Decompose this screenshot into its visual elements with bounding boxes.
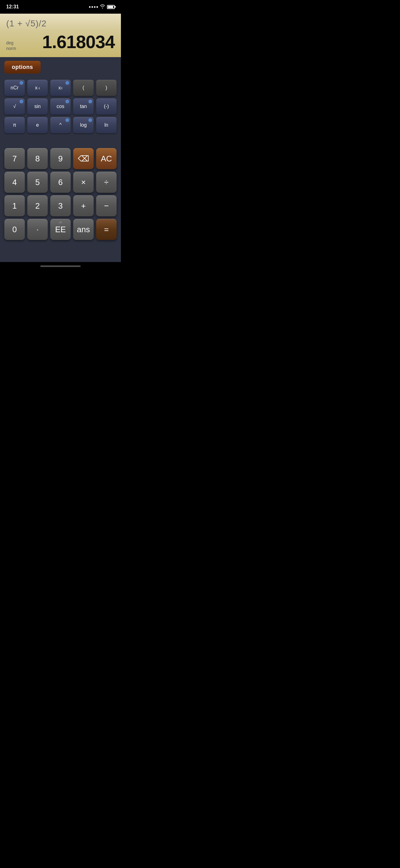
scientific-grid: nCr x-1 x2 ( ) √ sin cos tan: [4, 80, 116, 133]
result-display: 1.618034: [42, 33, 115, 51]
seven-button[interactable]: 7: [4, 148, 25, 169]
sqrt-button[interactable]: √: [4, 98, 25, 115]
xsq-button[interactable]: x2: [50, 80, 71, 96]
options-row: options: [4, 61, 116, 73]
delete-button[interactable]: ⌫: [73, 148, 94, 169]
multiply-button[interactable]: ×: [73, 172, 94, 193]
signal-icon: [89, 6, 98, 8]
lparen-button[interactable]: (: [73, 80, 94, 96]
six-button[interactable]: 6: [50, 172, 71, 193]
angle-mode: deg: [6, 40, 16, 45]
options-button[interactable]: options: [4, 61, 41, 73]
calculator-body: options nCr x-1 x2 ( ) √ sin cos: [0, 57, 121, 262]
display-area: (1 + √5)/2 deg norm 1.618034: [0, 14, 121, 57]
rparen-button[interactable]: ): [96, 80, 116, 96]
home-indicator: [0, 262, 121, 273]
status-time: 12:31: [6, 4, 19, 10]
add-button[interactable]: +: [73, 195, 94, 216]
display-modes: deg norm: [6, 40, 16, 51]
five-button[interactable]: 5: [27, 172, 48, 193]
ans-button[interactable]: ans: [73, 219, 94, 240]
ncr-button[interactable]: nCr: [4, 80, 25, 96]
tan-button[interactable]: tan: [73, 98, 94, 115]
status-icons: [89, 4, 115, 9]
three-button[interactable]: 3: [50, 195, 71, 216]
equals-button[interactable]: =: [96, 219, 116, 240]
status-bar: 12:31: [0, 0, 121, 14]
expression-display: (1 + √5)/2: [6, 19, 115, 29]
ac-button[interactable]: AC: [96, 148, 116, 169]
display-mode: norm: [6, 46, 16, 51]
battery-icon: [107, 5, 115, 9]
neg-button[interactable]: (-): [96, 98, 116, 115]
home-bar: [40, 266, 80, 267]
e-button[interactable]: e: [27, 117, 48, 133]
numeric-grid: 7 8 9 ⌫ AC 4 5 6 × ÷ 1 2 3 + − 0 · EE an…: [4, 148, 116, 240]
ee-button[interactable]: EE: [50, 219, 71, 240]
sin-button[interactable]: sin: [27, 98, 48, 115]
log-button[interactable]: log: [73, 117, 94, 133]
spacer: [4, 136, 116, 148]
cos-button[interactable]: cos: [50, 98, 71, 115]
two-button[interactable]: 2: [27, 195, 48, 216]
pi-button[interactable]: π: [4, 117, 25, 133]
nine-button[interactable]: 9: [50, 148, 71, 169]
four-button[interactable]: 4: [4, 172, 25, 193]
dot-button[interactable]: ·: [27, 219, 48, 240]
ln-button[interactable]: ln: [96, 117, 116, 133]
one-button[interactable]: 1: [4, 195, 25, 216]
divide-button[interactable]: ÷: [96, 172, 116, 193]
caret-button[interactable]: ^: [50, 117, 71, 133]
wifi-icon: [100, 4, 105, 9]
subtract-button[interactable]: −: [96, 195, 116, 216]
zero-button[interactable]: 0: [4, 219, 25, 240]
xinv-button[interactable]: x-1: [27, 80, 48, 96]
eight-button[interactable]: 8: [27, 148, 48, 169]
